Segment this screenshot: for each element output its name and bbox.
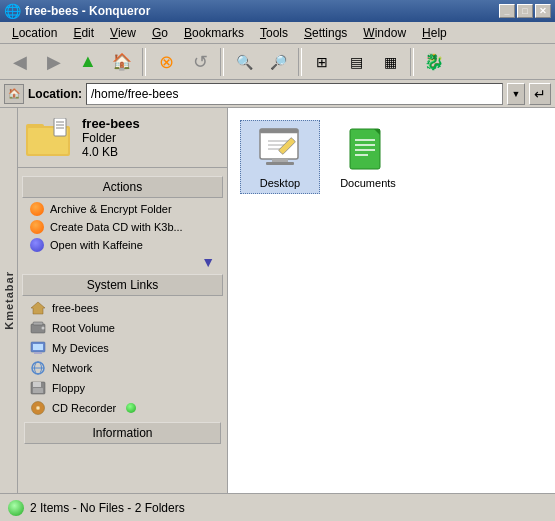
action-kaffeine[interactable]: Open with Kaffeine [22, 236, 223, 254]
syslink-cdrecorder-icon [30, 400, 46, 416]
system-links-header: System Links [22, 274, 223, 296]
file-info-panel: free-bees Folder 4.0 KB [18, 108, 227, 168]
syslink-home-icon [30, 300, 46, 316]
up-button[interactable]: ▲ [72, 47, 104, 77]
syslink-floppy-label: Floppy [52, 382, 85, 394]
main-area: Kmetabar free-bees Folder 4.0 KB [0, 108, 555, 493]
syslink-floppy[interactable]: Floppy [22, 378, 223, 398]
location-go-button[interactable]: ↵ [529, 83, 551, 105]
desktop-icon [256, 125, 304, 173]
up-icon: ▲ [79, 51, 97, 72]
titlebar-left: 🌐 free-bees - Konqueror [4, 3, 150, 19]
file-documents-label: Documents [340, 177, 396, 189]
file-view: Desktop Documents [228, 108, 555, 493]
syslink-cdrecorder-badge [126, 403, 136, 413]
documents-icon [348, 125, 388, 173]
menu-tools[interactable]: Tools [252, 24, 296, 42]
window-title: free-bees - Konqueror [25, 4, 150, 18]
svg-point-10 [42, 327, 45, 330]
locationbar: 🏠 Location: ▼ ↵ [0, 80, 555, 108]
toolbar-separator-2 [220, 48, 224, 76]
menu-window[interactable]: Window [355, 24, 414, 42]
toolbar: ◀ ▶ ▲ 🏠 ⊗ ↺ 🔍 🔎 ⊞ ▤ ▦ 🐉 [0, 44, 555, 80]
syslink-mydevices-label: My Devices [52, 342, 109, 354]
stop-icon: ⊗ [159, 51, 174, 73]
menu-view[interactable]: View [102, 24, 144, 42]
information-button[interactable]: Information [24, 422, 221, 444]
kmetabar-tab[interactable]: Kmetabar [0, 108, 18, 493]
toolbar-separator-1 [142, 48, 146, 76]
search-button[interactable]: 🔍 [228, 47, 260, 77]
location-dropdown[interactable]: ▼ [507, 83, 525, 105]
syslink-free-bees[interactable]: free-bees [22, 298, 223, 318]
svg-rect-18 [33, 382, 41, 387]
menu-bookmarks[interactable]: Bookmarks [176, 24, 252, 42]
konqueror-icon: 🐉 [424, 52, 444, 71]
svg-point-22 [37, 407, 39, 409]
action-kaffeine-icon [30, 238, 44, 252]
forward-icon: ▶ [47, 51, 61, 73]
minimize-button[interactable]: _ [499, 4, 515, 18]
syslink-floppy-icon [30, 380, 46, 396]
syslink-root-label: Root Volume [52, 322, 115, 334]
syslink-root-icon [30, 320, 46, 336]
svg-rect-9 [33, 322, 43, 325]
action-cd-icon [30, 220, 44, 234]
app-icon: 🌐 [4, 3, 21, 19]
menu-settings[interactable]: Settings [296, 24, 355, 42]
home-icon: 🏠 [112, 52, 132, 71]
status-icon [8, 500, 24, 516]
action-archive[interactable]: Archive & Encrypt Folder [22, 200, 223, 218]
more-arrow[interactable]: ▼ [22, 254, 223, 270]
actions-header: Actions [22, 176, 223, 198]
syslink-free-bees-label: free-bees [52, 302, 98, 314]
forward-button[interactable]: ▶ [38, 47, 70, 77]
file-item-documents[interactable]: Documents [328, 120, 408, 194]
view-list-icon: ▤ [350, 54, 363, 70]
svg-rect-19 [33, 388, 43, 393]
search-icon: 🔍 [236, 54, 253, 70]
file-item-desktop[interactable]: Desktop [240, 120, 320, 194]
view-list-button[interactable]: ▤ [340, 47, 372, 77]
view-detail-button[interactable]: ▦ [374, 47, 406, 77]
syslink-network-label: Network [52, 362, 92, 374]
more-arrow-icon: ▼ [201, 254, 215, 270]
zoom-in-icon: 🔎 [270, 54, 287, 70]
location-label: Location: [28, 87, 82, 101]
home-button[interactable]: 🏠 [106, 47, 138, 77]
svg-rect-31 [350, 129, 380, 169]
svg-rect-29 [272, 159, 288, 162]
reload-button[interactable]: ↺ [184, 47, 216, 77]
syslink-mydevices[interactable]: My Devices [22, 338, 223, 358]
konqueror-button[interactable]: 🐉 [418, 47, 450, 77]
menu-go[interactable]: Go [144, 24, 176, 42]
zoom-in-button[interactable]: 🔎 [262, 47, 294, 77]
svg-rect-30 [266, 162, 294, 165]
action-cd-label: Create Data CD with K3b... [50, 221, 183, 233]
location-input[interactable] [86, 83, 503, 105]
syslink-network-icon [30, 360, 46, 376]
syslink-cdrecorder-label: CD Recorder [52, 402, 116, 414]
kmetabar-label: Kmetabar [3, 271, 15, 330]
statusbar: 2 Items - No Files - 2 Folders [0, 493, 555, 521]
syslink-cdrecorder[interactable]: CD Recorder [22, 398, 223, 418]
file-name: free-bees [82, 116, 140, 131]
titlebar-buttons: _ □ ✕ [499, 4, 551, 18]
stop-button[interactable]: ⊗ [150, 47, 182, 77]
menu-location[interactable]: Location [4, 24, 65, 42]
menu-help[interactable]: Help [414, 24, 455, 42]
view-detail-icon: ▦ [384, 54, 397, 70]
close-button[interactable]: ✕ [535, 4, 551, 18]
menubar: Location Edit View Go Bookmarks Tools Se… [0, 22, 555, 44]
toolbar-separator-3 [298, 48, 302, 76]
svg-marker-7 [31, 302, 45, 314]
syslink-network[interactable]: Network [22, 358, 223, 378]
syslink-root[interactable]: Root Volume [22, 318, 223, 338]
back-button[interactable]: ◀ [4, 47, 36, 77]
status-text: 2 Items - No Files - 2 Folders [30, 501, 185, 515]
maximize-button[interactable]: □ [517, 4, 533, 18]
action-cd[interactable]: Create Data CD with K3b... [22, 218, 223, 236]
reload-icon: ↺ [193, 51, 208, 73]
view-icons-button[interactable]: ⊞ [306, 47, 338, 77]
menu-edit[interactable]: Edit [65, 24, 102, 42]
